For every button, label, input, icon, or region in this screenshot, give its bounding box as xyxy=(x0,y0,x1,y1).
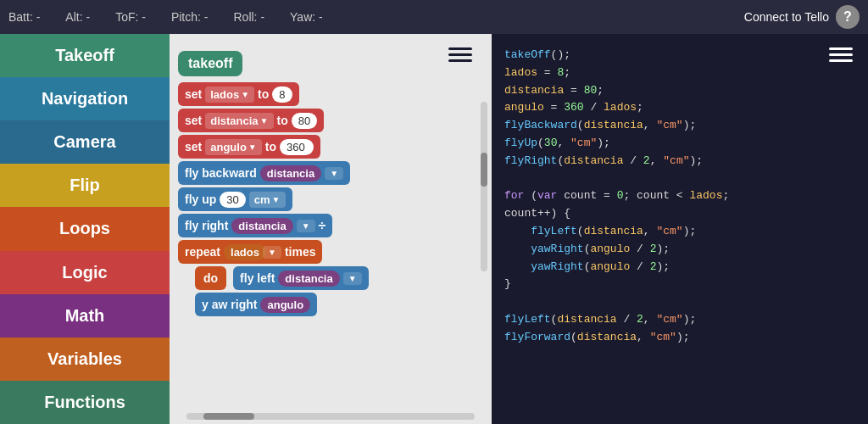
code-line-1: takeOff(); xyxy=(504,47,855,64)
hamburger-menu[interactable] xyxy=(442,41,479,69)
help-button[interactable]: ? xyxy=(836,5,860,29)
repeat-var-dropdown[interactable] xyxy=(263,246,281,259)
code-hamburger-line-1 xyxy=(829,47,853,50)
sidebar: Takeoff Navigation Camera Flip Loops Log… xyxy=(0,34,170,424)
batt-label: Batt: - xyxy=(8,10,40,24)
code-line-15: flyForward(distancia, "cm"); xyxy=(504,329,855,347)
code-line-7: flyRight(distancia / 2, "cm"); xyxy=(504,153,855,170)
sidebar-item-functions[interactable]: Functions xyxy=(0,381,170,424)
angulo-dropdown[interactable]: angulo xyxy=(205,139,262,155)
fly-up-unit-dropdown[interactable]: cm xyxy=(249,192,286,208)
code-line-blank1 xyxy=(504,170,855,188)
top-right-controls: Connect to Tello ? xyxy=(744,5,860,29)
block-canvas[interactable]: takeoff set lados to 8 set distancia to … xyxy=(170,34,492,424)
yaw-right-block-row[interactable]: yaw right angulo xyxy=(195,293,483,316)
code-line-13: } xyxy=(504,276,855,293)
set-lados-block[interactable]: set lados to 8 xyxy=(178,82,299,106)
code-line-3: distancia = 80; xyxy=(504,82,855,100)
code-line-blank2 xyxy=(504,293,855,311)
hamburger-line-1 xyxy=(448,47,472,50)
lados-dropdown[interactable]: lados xyxy=(205,86,254,103)
fly-up-block[interactable]: fly up 30 cm xyxy=(178,187,292,211)
code-hamburger-line-3 xyxy=(829,59,853,62)
fly-up-value: 30 xyxy=(220,192,245,208)
fly-right-block[interactable]: fly right distancia ÷ xyxy=(178,214,332,237)
horizontal-scrollbar[interactable] xyxy=(186,413,475,420)
roll-label: Roll: - xyxy=(234,10,265,24)
code-hamburger-line-2 xyxy=(829,53,853,56)
code-line-12: yawRight(angulo / 2); xyxy=(504,259,855,276)
code-line-4: angulo = 360 / lados; xyxy=(504,99,855,117)
fly-right-var: distancia xyxy=(231,218,292,234)
yaw-label: Yaw: - xyxy=(290,10,323,24)
sidebar-item-math[interactable]: Math xyxy=(0,294,170,338)
lados-value: 8 xyxy=(272,86,292,103)
yaw-right-var: angulo xyxy=(260,297,310,313)
sidebar-item-flip[interactable]: Flip xyxy=(0,164,170,207)
fly-left-unit-dropdown[interactable] xyxy=(343,272,362,285)
code-line-2: lados = 8; xyxy=(504,64,855,82)
fly-backward-block-row[interactable]: fly backward distancia xyxy=(178,161,483,185)
fly-left-var: distancia xyxy=(278,271,339,287)
sidebar-item-variables[interactable]: Variables xyxy=(0,338,170,381)
fly-right-unit-dropdown[interactable] xyxy=(297,220,315,232)
code-panel: takeOff(); lados = 8; distancia = 80; an… xyxy=(492,34,868,424)
sidebar-item-takeoff[interactable]: Takeoff xyxy=(0,34,170,77)
repeat-block[interactable]: repeat lados times xyxy=(178,240,322,264)
code-line-6: flyUp(30, "cm"); xyxy=(504,135,855,153)
code-content: takeOff(); lados = 8; distancia = 80; an… xyxy=(504,47,855,347)
hamburger-line-2 xyxy=(448,53,472,56)
code-line-11: yawRight(angulo / 2); xyxy=(504,241,855,259)
set-angulo-block-row[interactable]: set angulo to 360 xyxy=(178,135,483,159)
set-distancia-block-row[interactable]: set distancia to 80 xyxy=(178,109,483,132)
takeoff-block-row[interactable]: takeoff xyxy=(178,51,483,80)
topbar: Batt: - Alt: - ToF: - Pitch: - Roll: - Y… xyxy=(0,0,868,34)
set-lados-block-row[interactable]: set lados to 8 xyxy=(178,82,483,106)
alt-label: Alt: - xyxy=(65,10,90,24)
code-line-8: for (var count = 0; count < lados; xyxy=(504,187,855,205)
hamburger-line-3 xyxy=(448,59,472,62)
angulo-value: 360 xyxy=(280,139,314,155)
sidebar-item-navigation[interactable]: Navigation xyxy=(0,77,170,120)
batt-stat: Batt: - xyxy=(8,10,40,24)
code-line-10: flyLeft(distancia, "cm"); xyxy=(504,223,855,241)
repeat-block-row[interactable]: repeat lados times xyxy=(178,240,483,264)
sidebar-item-loops[interactable]: Loops xyxy=(0,207,170,250)
fly-up-block-row[interactable]: fly up 30 cm xyxy=(178,187,483,211)
distancia-dropdown[interactable]: distancia xyxy=(205,113,273,129)
code-line-14: flyLeft(distancia / 2, "cm"); xyxy=(504,311,855,329)
fly-backward-unit-dropdown[interactable] xyxy=(325,167,343,180)
roll-stat: Roll: - xyxy=(234,10,265,24)
repeat-var: lados xyxy=(224,244,266,260)
distancia-value: 80 xyxy=(292,113,317,129)
code-line-9: count++) { xyxy=(504,205,855,223)
vertical-scrollbar-thumb[interactable] xyxy=(481,153,487,187)
vertical-scrollbar[interactable] xyxy=(481,102,487,271)
do-fly-left-block-row[interactable]: do fly left distancia xyxy=(195,266,483,290)
sidebar-item-camera[interactable]: Camera xyxy=(0,120,170,164)
yaw-stat: Yaw: - xyxy=(290,10,323,24)
takeoff-block[interactable]: takeoff xyxy=(178,51,242,76)
fly-left-block[interactable]: fly left distancia xyxy=(233,266,369,290)
sidebar-item-logic[interactable]: Logic xyxy=(0,251,170,294)
connect-button[interactable]: Connect to Tello xyxy=(744,10,829,24)
set-angulo-block[interactable]: set angulo to 360 xyxy=(178,135,320,159)
code-line-5: flyBackward(distancia, "cm"); xyxy=(504,117,855,135)
tof-stat: ToF: - xyxy=(115,10,146,24)
main-layout: Takeoff Navigation Camera Flip Loops Log… xyxy=(0,34,868,424)
hamburger-icon[interactable] xyxy=(442,41,479,69)
tof-label: ToF: - xyxy=(115,10,146,24)
code-hamburger[interactable] xyxy=(822,41,860,69)
set-distancia-block[interactable]: set distancia to 80 xyxy=(178,109,324,132)
code-hamburger-icon[interactable] xyxy=(822,41,860,69)
fly-backward-block[interactable]: fly backward distancia xyxy=(178,161,350,185)
horizontal-scrollbar-thumb[interactable] xyxy=(203,413,254,420)
pitch-stat: Pitch: - xyxy=(171,10,209,24)
alt-stat: Alt: - xyxy=(65,10,90,24)
yaw-right-block[interactable]: yaw right angulo xyxy=(195,293,317,316)
pitch-label: Pitch: - xyxy=(171,10,209,24)
fly-right-block-row[interactable]: fly right distancia ÷ xyxy=(178,214,483,237)
do-block[interactable]: do xyxy=(195,266,226,290)
fly-backward-var: distancia xyxy=(260,165,321,181)
